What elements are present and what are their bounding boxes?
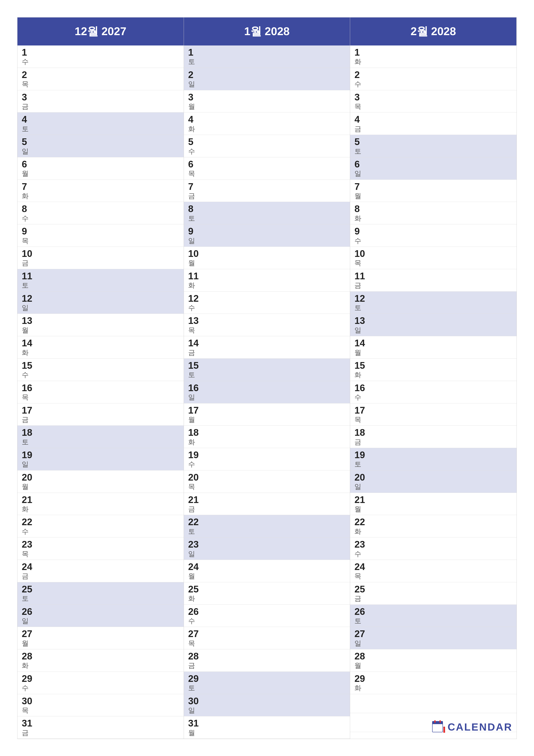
day-name: 금 <box>354 125 512 133</box>
day-name: 토 <box>354 617 512 625</box>
day-row: 26수 <box>184 605 350 627</box>
day-number: 17 <box>188 405 346 416</box>
day-name: 금 <box>188 505 346 513</box>
day-row: 1수 <box>17 45 184 68</box>
day-number: 7 <box>354 181 512 192</box>
day-number: 26 <box>188 607 346 617</box>
day-name: 수 <box>354 393 512 401</box>
day-name: 화 <box>354 684 512 692</box>
day-row: 20일 <box>350 471 517 493</box>
day-name: 월 <box>188 102 346 111</box>
day-row: 2일 <box>184 68 350 90</box>
day-number: 12 <box>188 293 346 304</box>
day-row: 25화 <box>184 582 350 605</box>
svg-rect-4 <box>440 720 441 723</box>
day-number: 5 <box>188 137 346 147</box>
day-number: 4 <box>354 114 512 124</box>
day-number: 14 <box>354 338 512 348</box>
day-row: 19일 <box>17 448 184 471</box>
day-row: 13목 <box>184 314 350 336</box>
day-row: 27일 <box>350 627 517 649</box>
day-row: 27목 <box>184 627 350 649</box>
day-name: 일 <box>188 393 346 401</box>
day-name: 목 <box>22 237 179 245</box>
day-row: 28화 <box>17 649 184 672</box>
day-number: 16 <box>354 383 512 393</box>
day-row: 14화 <box>17 336 184 359</box>
day-name: 목 <box>22 393 179 401</box>
day-row: 29토 <box>184 672 350 694</box>
day-name: 월 <box>22 169 179 177</box>
day-row: 12일 <box>17 292 184 314</box>
day-number: 13 <box>354 315 512 326</box>
day-row: 14금 <box>184 336 350 359</box>
day-number: 3 <box>22 92 179 102</box>
month-header-feb: 2월 2028 <box>350 17 517 45</box>
day-row: 15수 <box>17 359 184 381</box>
day-name: 일 <box>188 237 346 245</box>
day-number: 9 <box>188 226 346 236</box>
day-name: 금 <box>22 572 179 580</box>
day-number: 31 <box>22 718 179 728</box>
day-number: 27 <box>354 629 512 639</box>
day-number: 22 <box>188 517 346 527</box>
day-number: 21 <box>22 495 179 505</box>
day-name: 월 <box>188 416 346 424</box>
day-number: 10 <box>188 249 346 259</box>
day-row: 9일 <box>184 224 350 247</box>
day-row: 26토 <box>350 605 517 627</box>
day-row: 6목 <box>184 157 350 180</box>
day-number: 8 <box>188 204 346 214</box>
day-row: 4토 <box>17 113 184 135</box>
day-number: 2 <box>22 69 179 80</box>
calendar-logo-icon <box>432 719 445 735</box>
day-name: 수 <box>188 304 346 312</box>
day-number: 28 <box>188 651 346 662</box>
day-number: 23 <box>22 539 179 550</box>
day-row: 7화 <box>17 180 184 202</box>
day-row: 21월 <box>350 493 517 515</box>
day-number: 22 <box>354 517 512 527</box>
day-row: 14월 <box>350 336 517 359</box>
day-name: 월 <box>22 482 179 491</box>
day-number: 23 <box>188 539 346 550</box>
day-number: 19 <box>354 450 512 460</box>
day-number: 16 <box>188 383 346 393</box>
day-name: 화 <box>354 214 512 222</box>
day-number: 29 <box>354 673 512 684</box>
day-row: 18금 <box>350 426 517 448</box>
day-row: 23목 <box>17 537 184 560</box>
day-name: 금 <box>188 348 346 357</box>
day-name: 금 <box>22 729 179 737</box>
day-row: 31금 <box>17 716 184 739</box>
day-number: 21 <box>354 495 512 505</box>
day-number: 18 <box>22 427 179 438</box>
day-number: 18 <box>354 427 512 438</box>
day-row: 10금 <box>17 247 184 269</box>
day-name: 토 <box>188 527 346 535</box>
day-number: 20 <box>354 472 512 482</box>
day-number: 6 <box>354 159 512 169</box>
day-row: 20목 <box>184 471 350 493</box>
day-row: 18화 <box>184 426 350 448</box>
day-name: 화 <box>22 192 179 200</box>
day-number: 5 <box>354 137 512 147</box>
day-name: 목 <box>188 482 346 491</box>
day-number: 3 <box>188 92 346 102</box>
day-name: 월 <box>354 662 512 670</box>
days-column-dec: 1수2목3금4토5일6월7화8수9목10금11토12일13월14화15수16목1… <box>17 45 184 739</box>
day-name: 일 <box>188 80 346 88</box>
day-name: 금 <box>188 662 346 670</box>
day-row: 19토 <box>350 448 517 471</box>
day-number: 25 <box>22 584 179 594</box>
day-name: 일 <box>354 326 512 334</box>
day-number: 4 <box>188 114 346 124</box>
day-row: 19수 <box>184 448 350 471</box>
day-row: 11화 <box>184 269 350 292</box>
day-number: 11 <box>188 271 346 281</box>
day-name: 화 <box>354 371 512 379</box>
day-number: 6 <box>22 159 179 169</box>
day-number: 27 <box>188 629 346 639</box>
day-row: 3월 <box>184 90 350 113</box>
day-number: 15 <box>354 360 512 371</box>
